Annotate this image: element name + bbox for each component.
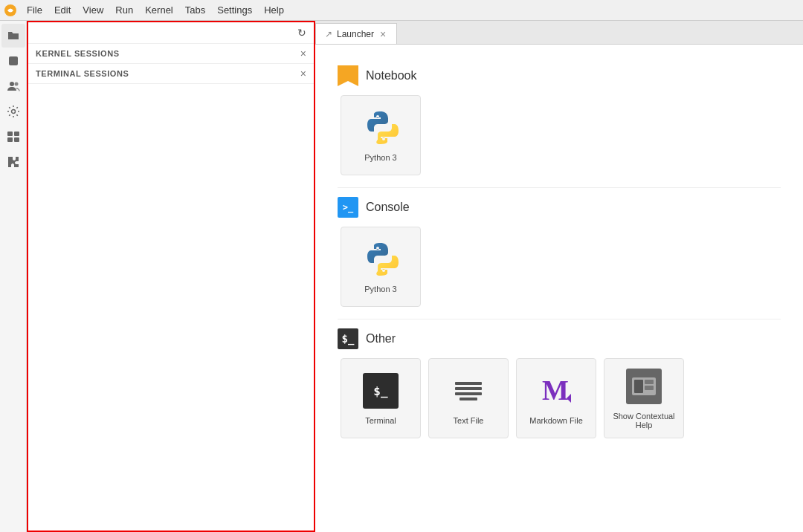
- python3-notebook-card[interactable]: Python 3: [341, 95, 421, 175]
- tab-bar: ↗ Launcher ×: [315, 21, 803, 45]
- python3-console-card[interactable]: Python 3: [341, 227, 421, 307]
- menu-tabs[interactable]: Tabs: [179, 3, 211, 17]
- menu-file[interactable]: File: [21, 3, 48, 17]
- browse-icon: [7, 130, 20, 143]
- markdownfile-card-icon: M: [537, 372, 575, 410]
- textfile-line2: [455, 387, 482, 390]
- activity-bar-files[interactable]: [1, 24, 25, 48]
- contextualhelp-card-label: Show Contextual Help: [604, 412, 683, 429]
- python3-notebook-label: Python 3: [364, 153, 396, 162]
- svg-point-4: [11, 110, 15, 114]
- console-heading-label: Console: [366, 201, 410, 214]
- kernel-sessions-section: KERNEL SESSIONS ×: [28, 44, 314, 64]
- kernel-sessions-close[interactable]: ×: [300, 48, 306, 59]
- activity-bar-settings[interactable]: [1, 100, 25, 123]
- app-logo: [3, 3, 18, 18]
- terminal-icon-inner: $_: [363, 373, 399, 409]
- notebook-heading-label: Notebook: [366, 69, 417, 82]
- menu-help[interactable]: Help: [258, 3, 290, 17]
- gear-icon: [7, 105, 20, 118]
- terminal-sessions-label: TERMINAL SESSIONS: [36, 69, 129, 78]
- svg-point-3: [14, 82, 18, 86]
- svg-rect-6: [14, 132, 19, 136]
- menu-kernel[interactable]: Kernel: [139, 3, 179, 17]
- folder-icon: [7, 29, 20, 42]
- svg-point-2: [10, 82, 14, 86]
- contextualhelp-card-icon: [625, 367, 663, 406]
- notebook-cards-row: Python 3: [341, 95, 781, 175]
- textfile-icon-inner: [451, 373, 486, 409]
- sidebar-refresh-bar: ↻: [28, 22, 314, 44]
- terminal-card[interactable]: $_ Terminal: [341, 358, 421, 438]
- svg-rect-1: [9, 56, 18, 65]
- menu-run[interactable]: Run: [109, 3, 139, 17]
- activity-bar-running[interactable]: [1, 49, 25, 73]
- refresh-button[interactable]: ↻: [296, 25, 308, 40]
- users-icon: [7, 80, 20, 93]
- menu-edit[interactable]: Edit: [48, 3, 77, 17]
- stop-icon: [7, 54, 20, 68]
- activity-bar-browse[interactable]: [1, 125, 25, 149]
- notebook-divider: [338, 187, 781, 188]
- kernel-sessions-label: KERNEL SESSIONS: [36, 49, 120, 58]
- textfile-line4: [459, 398, 477, 400]
- textfile-card-icon: [449, 372, 488, 410]
- tab-area: ↗ Launcher × Notebook: [315, 21, 803, 532]
- python3-console-icon: [361, 240, 400, 279]
- launcher-content: Notebook: [315, 45, 803, 532]
- menubar: File Edit View Run Kernel Tabs Settings …: [0, 0, 803, 21]
- markdownfile-card[interactable]: M Markdown File: [516, 358, 596, 438]
- launcher-tab-icon: ↗: [325, 29, 332, 39]
- menu-view[interactable]: View: [77, 3, 109, 17]
- launcher-tab-close[interactable]: ×: [378, 29, 387, 39]
- svg-rect-7: [7, 137, 13, 142]
- markdownfile-card-label: Markdown File: [529, 416, 583, 425]
- svg-rect-11: [634, 380, 643, 393]
- sidebar-panel: ↻ KERNEL SESSIONS × TERMINAL SESSIONS ×: [27, 21, 315, 532]
- svg-rect-8: [14, 137, 19, 142]
- markdown-icon-inner: M: [538, 373, 574, 409]
- textfile-card-label: Text File: [454, 416, 484, 425]
- contextual-icon-inner: [626, 369, 662, 404]
- tab-launcher[interactable]: ↗ Launcher ×: [315, 23, 397, 44]
- activity-bar-users[interactable]: [1, 74, 25, 98]
- main-layout: ↻ KERNEL SESSIONS × TERMINAL SESSIONS × …: [0, 21, 803, 532]
- console-section-icon: >_: [338, 197, 358, 218]
- notebook-section-icon: [338, 65, 358, 86]
- activity-bar-extensions[interactable]: [1, 150, 25, 174]
- terminal-sessions-close[interactable]: ×: [300, 68, 306, 79]
- terminal-card-icon: $_: [361, 372, 400, 410]
- other-heading-label: Other: [366, 332, 396, 346]
- console-cards-row: Python 3: [341, 227, 781, 307]
- svg-rect-13: [645, 386, 654, 390]
- launcher-tab-label: Launcher: [337, 29, 374, 39]
- kernel-sessions-header[interactable]: KERNEL SESSIONS ×: [28, 44, 314, 63]
- svg-text:M: M: [542, 374, 569, 406]
- svg-rect-5: [7, 132, 13, 136]
- terminal-card-label: Terminal: [365, 416, 396, 425]
- other-cards-row: $_ Terminal Text File: [341, 358, 781, 438]
- svg-rect-12: [645, 380, 654, 384]
- python3-notebook-icon: [361, 108, 400, 147]
- other-section-heading: $_ Other: [338, 328, 781, 349]
- python3-console-label: Python 3: [364, 285, 396, 293]
- textfile-line3: [455, 392, 482, 395]
- puzzle-icon: [7, 155, 20, 169]
- notebook-section-heading: Notebook: [338, 65, 781, 86]
- menu-settings[interactable]: Settings: [211, 3, 258, 17]
- other-section-icon: $_: [338, 328, 358, 349]
- activity-bar: [0, 21, 27, 532]
- terminal-sessions-header[interactable]: TERMINAL SESSIONS ×: [28, 64, 314, 83]
- textfile-card[interactable]: Text File: [428, 358, 509, 438]
- terminal-sessions-section: TERMINAL SESSIONS ×: [28, 64, 314, 84]
- contextualhelp-card[interactable]: Show Contextual Help: [604, 358, 684, 438]
- textfile-line1: [455, 382, 482, 385]
- console-section-heading: >_ Console: [338, 197, 781, 218]
- console-divider: [338, 319, 781, 319]
